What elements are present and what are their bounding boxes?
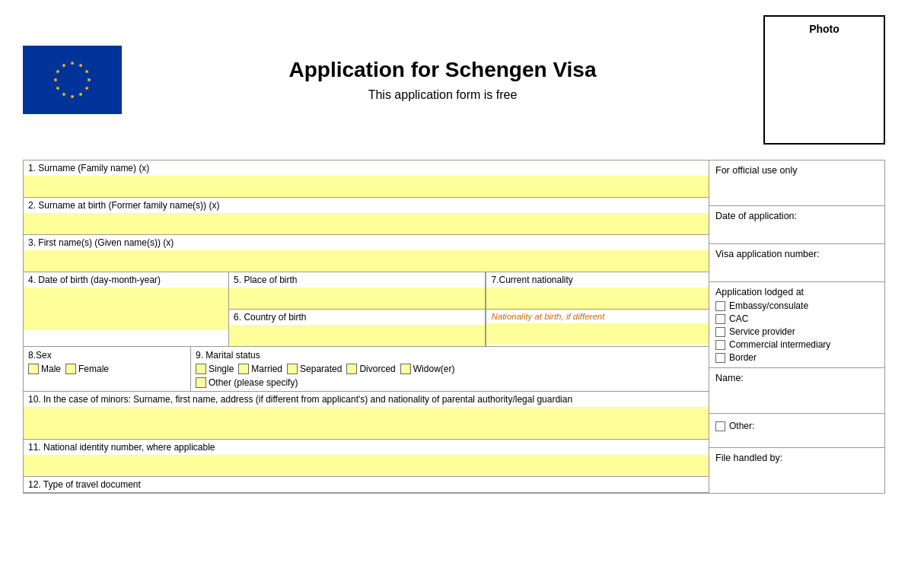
field-9-label: 9. Marital status xyxy=(196,350,704,361)
other-sidebar-checkbox[interactable] xyxy=(715,421,725,431)
single-checkbox[interactable] xyxy=(196,364,206,374)
photo-box: Photo xyxy=(763,15,885,145)
other-sidebar-label: Other: xyxy=(729,421,754,431)
cac-label: CAC xyxy=(729,313,748,324)
official-use-section: For official use only xyxy=(709,161,884,206)
male-label: Male xyxy=(41,364,61,374)
border-checkbox[interactable] xyxy=(715,353,725,363)
field-11-input[interactable] xyxy=(24,455,709,476)
field-6-sub: 6. Country of birth xyxy=(229,310,485,346)
field-5-6-cell: 5. Place of birth 6. Country of birth xyxy=(229,272,486,346)
field-11-label: 11. National identity number, where appl… xyxy=(24,440,709,455)
visa-number-label: Visa application number: xyxy=(715,249,878,259)
separated-label: Separated xyxy=(300,364,342,374)
border-option[interactable]: Border xyxy=(715,352,878,363)
field-12-label: 12. Type of travel document xyxy=(24,477,709,492)
lodged-at-label: Application lodged at xyxy=(715,287,878,297)
lodged-at-section: Application lodged at Embassy/consulate … xyxy=(709,282,884,368)
commercial-intermediary-option[interactable]: Commercial intermediary xyxy=(715,339,878,350)
form-column: 1. Surname (Family name) (x) 2. Surname … xyxy=(24,161,709,493)
other-sidebar-option[interactable]: Other: xyxy=(715,421,878,431)
sidebar-column: For official use only Date of applicatio… xyxy=(709,161,884,493)
married-label: Married xyxy=(251,364,282,374)
field-8-cell: 8.Sex Male Female xyxy=(24,347,191,391)
field-2-input[interactable] xyxy=(24,213,709,234)
field-4-cell: 4. Date of birth (day-month-year) xyxy=(24,272,229,346)
file-handled-label: File handled by: xyxy=(715,453,878,463)
field-3-row: 3. First name(s) (Given name(s)) (x) xyxy=(24,235,709,272)
female-checkbox[interactable] xyxy=(65,364,76,374)
divorced-checkbox[interactable] xyxy=(346,364,357,374)
embassy-label: Embassy/consulate xyxy=(729,300,808,311)
date-application-label: Date of application: xyxy=(715,211,878,221)
cac-option[interactable]: CAC xyxy=(715,313,878,324)
field-7b-label: Nationality at birth, if different xyxy=(486,310,709,323)
header-center: Application for Schengen Visa This appli… xyxy=(122,58,763,102)
separated-checkbox[interactable] xyxy=(287,364,298,374)
other-section: Other: xyxy=(709,414,884,448)
name-label: Name: xyxy=(715,373,878,383)
field-2-label: 2. Surname at birth (Former family name(… xyxy=(24,198,709,213)
other-label: Other (please specify) xyxy=(209,377,298,388)
field-5-input[interactable] xyxy=(229,288,485,309)
widow-checkbox[interactable] xyxy=(400,364,411,374)
other-checkbox[interactable] xyxy=(196,377,206,388)
commercial-intermediary-label: Commercial intermediary xyxy=(729,339,830,350)
page-title: Application for Schengen Visa xyxy=(122,58,763,82)
service-provider-label: Service provider xyxy=(729,326,795,337)
name-section: Name: xyxy=(709,368,884,414)
separated-option[interactable]: Separated xyxy=(287,364,342,374)
widow-option[interactable]: Widow(er) xyxy=(400,364,455,374)
field-10-label: 10. In the case of minors: Surname, firs… xyxy=(24,392,709,407)
field-3-label: 3. First name(s) (Given name(s)) (x) xyxy=(24,235,709,250)
border-label: Border xyxy=(729,352,757,363)
embassy-checkbox[interactable] xyxy=(715,301,725,311)
commercial-intermediary-checkbox[interactable] xyxy=(715,340,725,350)
field-7-cell: 7.Current nationality Nationality at bir… xyxy=(486,272,709,346)
field-5-label: 5. Place of birth xyxy=(229,272,485,288)
field-1-label: 1. Surname (Family name) (x) xyxy=(24,161,709,176)
svg-rect-0 xyxy=(23,46,122,114)
field-7-input[interactable] xyxy=(486,288,709,309)
field-10-row: 10. In the case of minors: Surname, firs… xyxy=(24,392,709,440)
other-option[interactable]: Other (please specify) xyxy=(196,377,298,388)
date-application-section: Date of application: xyxy=(709,206,884,244)
field-4-input[interactable] xyxy=(24,288,228,330)
field-7b-sub: Nationality at birth, if different xyxy=(486,310,709,345)
field-7b-input[interactable] xyxy=(486,323,709,345)
field-2-row: 2. Surname at birth (Former family name(… xyxy=(24,198,709,235)
service-provider-option[interactable]: Service provider xyxy=(715,326,878,337)
cac-checkbox[interactable] xyxy=(715,314,725,324)
embassy-option[interactable]: Embassy/consulate xyxy=(715,300,878,311)
field-4-label: 4. Date of birth (day-month-year) xyxy=(24,272,228,288)
field-8-9-row: 8.Sex Male Female 9. Marital status xyxy=(24,347,709,392)
female-option[interactable]: Female xyxy=(65,364,109,374)
file-handled-section: File handled by: xyxy=(709,448,884,468)
field-8-label: 8.Sex xyxy=(28,350,186,361)
single-option[interactable]: Single xyxy=(196,364,234,374)
field-5-sub: 5. Place of birth xyxy=(229,272,485,310)
married-checkbox[interactable] xyxy=(238,364,249,374)
field-12-row: 12. Type of travel document xyxy=(24,477,709,493)
field-6-input[interactable] xyxy=(229,325,485,346)
field-10-input[interactable] xyxy=(24,407,709,439)
male-option[interactable]: Male xyxy=(28,364,61,374)
fields-4-5-7-row: 4. Date of birth (day-month-year) 5. Pla… xyxy=(24,272,709,347)
male-checkbox[interactable] xyxy=(28,364,39,374)
field-1-row: 1. Surname (Family name) (x) xyxy=(24,161,709,198)
sex-options: Male Female xyxy=(28,364,186,374)
field-1-input[interactable] xyxy=(24,176,709,197)
field-6-label: 6. Country of birth xyxy=(229,310,485,325)
divorced-option[interactable]: Divorced xyxy=(346,364,395,374)
field-7-sub: 7.Current nationality xyxy=(486,272,709,310)
marital-options-row2: Other (please specify) xyxy=(196,377,704,388)
visa-number-section: Visa application number: xyxy=(709,244,884,282)
married-option[interactable]: Married xyxy=(238,364,282,374)
field-3-input[interactable] xyxy=(24,250,709,272)
service-provider-checkbox[interactable] xyxy=(715,327,725,337)
main-form-table: 1. Surname (Family name) (x) 2. Surname … xyxy=(23,160,885,494)
photo-label: Photo xyxy=(809,23,840,35)
widow-label: Widow(er) xyxy=(413,364,455,374)
official-use-label: For official use only xyxy=(715,165,878,176)
field-11-row: 11. National identity number, where appl… xyxy=(24,440,709,477)
